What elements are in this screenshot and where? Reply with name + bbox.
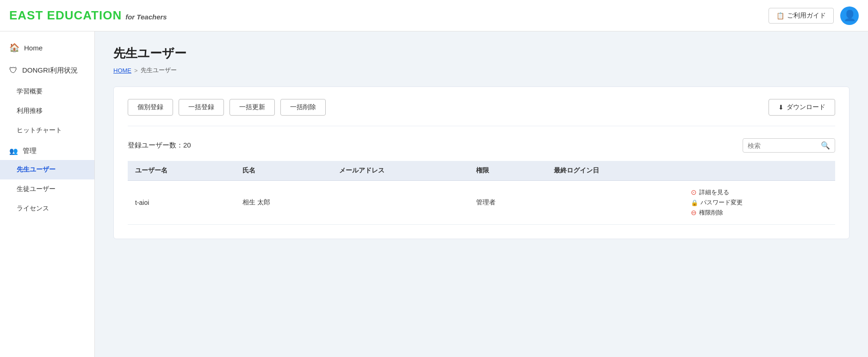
- sidebar-item-home-label: Home: [24, 44, 43, 52]
- search-box[interactable]: 🔍: [743, 138, 835, 153]
- sidebar: 🏠 Home 🛡 DONGRI利用状況 学習概要 利用推移 ヒットチャート 👥 …: [0, 31, 95, 357]
- col-fullname: 氏名: [235, 161, 332, 181]
- breadcrumb-home-link[interactable]: HOME: [113, 67, 131, 74]
- action-buttons: 個別登録 一括登録 一括更新 一括削除: [128, 99, 326, 116]
- layout: 🏠 Home 🛡 DONGRI利用状況 学習概要 利用推移 ヒットチャート 👥 …: [0, 31, 868, 357]
- arrow-circle-icon: ⊙: [691, 188, 697, 197]
- table-body: t-aioi 相生 太郎 管理者 ⊙ 詳細を見る: [128, 181, 835, 225]
- content-card: 個別登録 一括登録 一括更新 一括削除 ⬇ ダウンロード 登録ユーザー数：20 …: [113, 86, 849, 239]
- table-header: ユーザー名 氏名 メールアドレス 権限 最終ログイン日: [128, 161, 835, 181]
- col-username: ユーザー名: [128, 161, 235, 181]
- header: EAST EDUCATION for Teachers 📋 ご利用ガイド 👤: [0, 0, 868, 31]
- logo-east-text: EAST EDUCATION: [9, 8, 122, 23]
- sidebar-item-hitter[interactable]: ヒットチャート: [0, 121, 94, 140]
- sidebar-item-teacher-users[interactable]: 先生ユーザー: [0, 160, 94, 179]
- individual-register-button[interactable]: 個別登録: [128, 99, 173, 116]
- user-count: 登録ユーザー数：20: [128, 141, 191, 150]
- bulk-update-button[interactable]: 一括更新: [229, 99, 275, 116]
- guide-button[interactable]: 📋 ご利用ガイド: [769, 8, 834, 24]
- avatar-icon: 👤: [843, 10, 856, 22]
- sidebar-section-admin[interactable]: 👥 管理: [0, 140, 94, 160]
- breadcrumb: HOME > 先生ユーザー: [113, 66, 849, 74]
- sidebar-item-study[interactable]: 学習概要: [0, 82, 94, 101]
- sidebar-item-student-users[interactable]: 生徒ユーザー: [0, 179, 94, 199]
- download-icon: ⬇: [778, 104, 784, 111]
- home-icon: 🏠: [9, 43, 19, 53]
- sidebar-item-dongri[interactable]: 🛡 DONGRI利用状況: [0, 59, 94, 82]
- sidebar-item-license[interactable]: ライセンス: [0, 199, 94, 218]
- action-row: 個別登録 一括登録 一括更新 一括削除 ⬇ ダウンロード: [128, 99, 835, 126]
- users-table: ユーザー名 氏名 メールアドレス 権限 最終ログイン日 t-aioi 相生 太郎…: [128, 161, 835, 225]
- bulk-register-button[interactable]: 一括登録: [179, 99, 224, 116]
- info-row: 登録ユーザー数：20 🔍: [128, 138, 835, 153]
- detail-label: 詳細を見る: [699, 188, 729, 197]
- permission-delete-link[interactable]: ⊖ 権限削除: [691, 209, 723, 217]
- breadcrumb-separator: >: [134, 67, 138, 74]
- cell-fullname: 相生 太郎: [235, 181, 332, 225]
- sidebar-section-admin-label: 管理: [23, 147, 37, 155]
- search-input[interactable]: [748, 142, 821, 149]
- col-actions: [683, 161, 835, 181]
- cell-last-login: [546, 181, 683, 225]
- detail-link[interactable]: ⊙ 詳細を見る: [691, 188, 729, 197]
- cell-actions: ⊙ 詳細を見る 🔒 パスワード変更 ⊖ 権限削除: [683, 181, 835, 225]
- user-avatar[interactable]: 👤: [840, 6, 859, 25]
- sidebar-item-license-label: ライセンス: [17, 204, 49, 212]
- sidebar-item-teacher-users-label: 先生ユーザー: [17, 166, 56, 173]
- download-label: ダウンロード: [787, 103, 825, 111]
- guide-button-label: ご利用ガイド: [787, 12, 826, 20]
- cell-role: 管理者: [469, 181, 546, 225]
- sidebar-item-hitter-label: ヒットチャート: [17, 126, 62, 134]
- page-title: 先生ユーザー: [113, 45, 849, 62]
- cell-email: [332, 181, 469, 225]
- sidebar-item-usage[interactable]: 利用推移: [0, 101, 94, 121]
- shield-icon: 🛡: [9, 66, 18, 75]
- bulk-delete-button[interactable]: 一括削除: [280, 99, 326, 116]
- logo-for-teachers-text: for Teachers: [125, 13, 167, 21]
- password-change-link[interactable]: 🔒 パスワード変更: [691, 198, 743, 207]
- col-role: 権限: [469, 161, 546, 181]
- sidebar-item-usage-label: 利用推移: [17, 107, 43, 114]
- sidebar-item-dongri-label: DONGRI利用状況: [22, 66, 78, 75]
- download-button[interactable]: ⬇ ダウンロード: [769, 99, 835, 116]
- main-content: 先生ユーザー HOME > 先生ユーザー 個別登録 一括登録 一括更新 一括削除…: [95, 31, 868, 357]
- table-row: t-aioi 相生 太郎 管理者 ⊙ 詳細を見る: [128, 181, 835, 225]
- logo: EAST EDUCATION for Teachers: [9, 8, 167, 23]
- actions-cell: ⊙ 詳細を見る 🔒 パスワード変更 ⊖ 権限削除: [691, 188, 828, 217]
- delete-label: 権限削除: [699, 209, 723, 217]
- admin-icon: 👥: [9, 147, 18, 155]
- lock-icon: 🔒: [691, 199, 698, 206]
- sidebar-item-student-users-label: 生徒ユーザー: [17, 185, 56, 192]
- breadcrumb-current: 先生ユーザー: [141, 66, 177, 74]
- sidebar-item-study-label: 学習概要: [17, 87, 43, 95]
- cell-username: t-aioi: [128, 181, 235, 225]
- header-right: 📋 ご利用ガイド 👤: [769, 6, 859, 25]
- minus-circle-icon: ⊖: [691, 209, 697, 217]
- password-label: パスワード変更: [701, 198, 743, 207]
- search-icon: 🔍: [821, 141, 830, 150]
- col-email: メールアドレス: [332, 161, 469, 181]
- guide-icon: 📋: [776, 12, 784, 19]
- col-last-login: 最終ログイン日: [546, 161, 683, 181]
- sidebar-item-home[interactable]: 🏠 Home: [0, 36, 94, 59]
